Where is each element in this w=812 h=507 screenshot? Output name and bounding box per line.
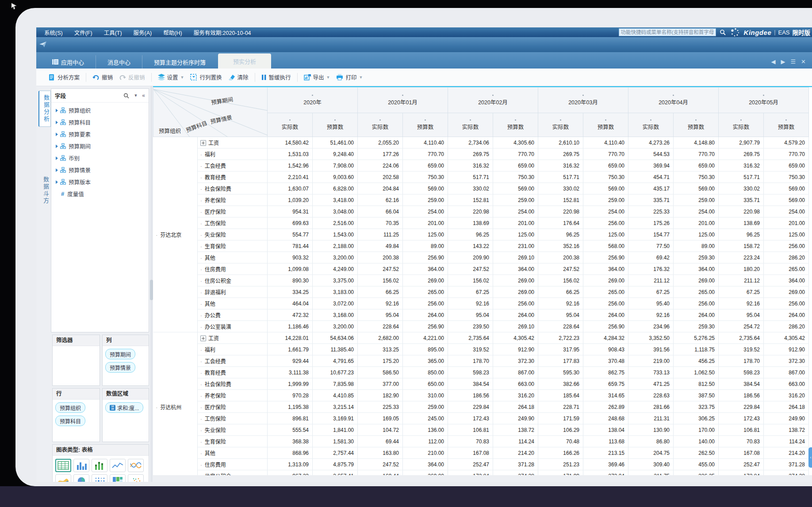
value-cell[interactable]: 114.24 xyxy=(764,436,809,447)
value-cell[interactable]: 202.58 xyxy=(358,172,403,183)
value-cell[interactable]: 136.00 xyxy=(403,424,448,436)
field-chip[interactable]: 预算组织 xyxy=(55,402,85,413)
account-cell[interactable]: ·辞退福利 xyxy=(198,286,268,298)
account-cell[interactable]: ·医疗保险 xyxy=(198,401,268,413)
value-cell[interactable]: 259.00 xyxy=(403,194,448,206)
value-cell[interactable]: 138.69 xyxy=(448,217,493,229)
value-cell[interactable]: 750.30 xyxy=(583,172,628,183)
value-cell[interactable]: 372.30 xyxy=(493,355,538,367)
value-cell[interactable]: 3,375.00 xyxy=(313,275,358,286)
value-cell[interactable]: 471.25 xyxy=(628,378,674,390)
value-cell[interactable]: 544.53 xyxy=(628,149,674,160)
value-cell[interactable]: 2,757.44 xyxy=(313,447,358,459)
value-cell[interactable]: 2,734.06 xyxy=(448,137,493,149)
value-cell[interactable]: 862.75 xyxy=(583,367,628,378)
value-cell[interactable]: 92.16 xyxy=(538,298,583,309)
value-cell[interactable]: 369.46 xyxy=(583,459,628,470)
value-cell[interactable]: 867.00 xyxy=(764,367,809,378)
value-cell[interactable]: 9,003.60 xyxy=(313,172,358,183)
value-cell[interactable]: 140.00 xyxy=(674,436,719,447)
value-cell[interactable]: 178.70 xyxy=(448,355,493,367)
value-cell[interactable]: 382.66 xyxy=(538,378,583,390)
value-cell[interactable]: 167.08 xyxy=(719,447,764,459)
value-cell[interactable]: 70.35 xyxy=(358,217,403,229)
account-cell[interactable]: 工资 xyxy=(198,332,268,344)
value-cell[interactable]: 125.00 xyxy=(583,229,628,240)
chart-type-dot-matrix-icon[interactable] xyxy=(92,474,107,482)
value-cell[interactable]: 4,410.85 xyxy=(313,390,358,401)
value-cell[interactable]: 313.25 xyxy=(358,344,403,355)
value-cell[interactable]: 369.94 xyxy=(628,160,674,172)
measure-header-cell[interactable]: 实际数 xyxy=(538,113,583,137)
value-cell[interactable]: 259.30 xyxy=(674,321,719,332)
value-cell[interactable]: 186.56 xyxy=(719,390,764,401)
account-cell[interactable]: ·医疗保险 xyxy=(198,206,268,217)
value-cell[interactable]: 456.25 xyxy=(674,355,719,367)
value-cell[interactable]: 14,580.42 xyxy=(268,137,313,149)
value-cell[interactable]: 317.95 xyxy=(538,344,583,355)
value-cell[interactable]: 1,999.99 xyxy=(268,378,313,390)
value-cell[interactable]: 264.18 xyxy=(493,401,538,413)
value-cell[interactable]: 66.25 xyxy=(538,286,583,298)
value-cell[interactable]: 259.30 xyxy=(674,252,719,263)
analysis-scheme-button[interactable]: 分析方案 xyxy=(49,73,80,81)
value-cell[interactable]: 256.00 xyxy=(493,298,538,309)
value-cell[interactable]: 598.23 xyxy=(448,367,493,378)
value-cell[interactable]: 269.10 xyxy=(493,321,538,332)
value-cell[interactable]: 384.54 xyxy=(719,378,764,390)
value-cell[interactable]: 92.16 xyxy=(719,298,764,309)
measure-header-cell[interactable]: 预算数 xyxy=(764,113,809,137)
measure-header-cell[interactable]: 预算数 xyxy=(674,113,719,137)
tab-1[interactable]: 消息中心 xyxy=(96,55,142,69)
value-cell[interactable]: 211.12 xyxy=(628,275,674,286)
field-tree-item-5[interactable]: 预算情景 xyxy=(51,164,149,176)
chart-type-pie-icon[interactable] xyxy=(73,474,89,482)
value-cell[interactable]: 214.20 xyxy=(493,447,538,459)
account-cell[interactable]: ·失业保险 xyxy=(198,424,268,436)
value-cell[interactable]: 231.00 xyxy=(493,240,538,252)
chart-type-scatter-icon[interactable] xyxy=(128,474,144,482)
value-cell[interactable]: 335.71 xyxy=(719,194,764,206)
chart-type-table-icon[interactable] xyxy=(55,459,71,472)
value-cell[interactable]: 7,835.98 xyxy=(313,378,358,390)
nav-forward-icon[interactable]: ▶ xyxy=(781,58,785,65)
value-cell[interactable]: 211.12 xyxy=(719,275,764,286)
value-cell[interactable]: 2,516.00 xyxy=(313,217,358,229)
value-cell[interactable]: 176.64 xyxy=(538,217,583,229)
field-tree-item-2[interactable]: 预算要素 xyxy=(51,128,149,140)
value-cell[interactable]: 364.00 xyxy=(674,263,719,275)
account-cell[interactable]: ·福利 xyxy=(198,149,268,160)
account-cell[interactable]: 工资 xyxy=(198,137,268,149)
value-cell[interactable]: 256.00 xyxy=(674,298,719,309)
value-cell[interactable]: 104.72 xyxy=(358,424,403,436)
value-cell[interactable]: 265.00 xyxy=(403,286,448,298)
value-cell[interactable]: 750.30 xyxy=(674,172,719,183)
value-cell[interactable]: 220.98 xyxy=(719,206,764,217)
value-cell[interactable]: 113.68 xyxy=(583,436,628,447)
value-cell[interactable]: 69.42 xyxy=(628,252,674,263)
expand-arrow-icon[interactable] xyxy=(56,168,58,172)
field-tree-item-6[interactable]: 预算版本 xyxy=(51,176,149,188)
paper-plane-icon[interactable] xyxy=(39,41,48,49)
value-cell[interactable]: 92.16 xyxy=(628,309,674,321)
value-cell[interactable]: 370.48 xyxy=(583,355,628,367)
expand-arrow-icon[interactable] xyxy=(56,180,58,184)
value-cell[interactable]: 256.90 xyxy=(403,321,448,332)
value-cell[interactable]: 177.83 xyxy=(538,355,583,367)
value-cell[interactable]: 1,661.79 xyxy=(268,344,313,355)
measure-header-cell[interactable]: 实际数 xyxy=(268,113,313,137)
value-cell[interactable]: 3,048.00 xyxy=(313,206,358,217)
value-cell[interactable]: 228.63 xyxy=(628,390,674,401)
value-cell[interactable]: 455.00 xyxy=(674,459,719,470)
value-cell[interactable]: 3,168.00 xyxy=(313,309,358,321)
value-cell[interactable]: 555.54 xyxy=(268,424,313,436)
value-cell[interactable]: 172.84 xyxy=(719,470,764,476)
value-cell[interactable]: 650.00 xyxy=(403,378,448,390)
value-cell[interactable]: 130.90 xyxy=(628,424,674,436)
value-cell[interactable]: 262.50 xyxy=(674,447,719,459)
value-cell[interactable]: 67.25 xyxy=(628,286,674,298)
value-cell[interactable]: 114.24 xyxy=(493,436,538,447)
value-cell[interactable]: 896.81 xyxy=(268,413,313,424)
value-cell[interactable]: 364.00 xyxy=(764,275,809,286)
account-cell[interactable]: ·其他 xyxy=(198,252,268,263)
